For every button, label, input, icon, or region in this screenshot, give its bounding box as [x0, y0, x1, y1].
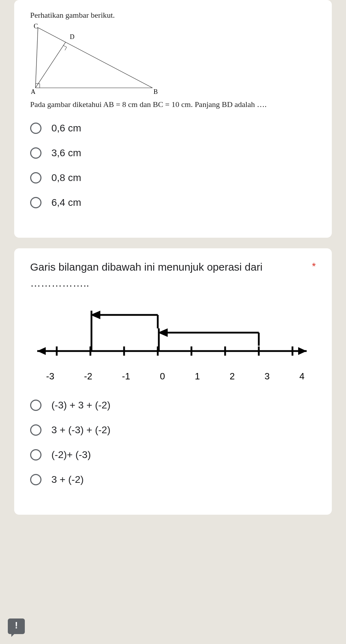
nl-label: 1 [195, 371, 200, 382]
radio-icon [30, 172, 41, 183]
radio-icon [30, 147, 41, 159]
q2-option-0[interactable]: (-3) + 3 + (-2) [30, 400, 316, 411]
numberline-figure: -3 -2 -1 0 1 2 3 4 [34, 309, 312, 382]
required-asterisk: * [312, 259, 316, 274]
triangle-svg [30, 25, 158, 96]
question-card-1: Perhatikan gambar berikut. C D A B Pada … [14, 0, 332, 238]
nl-label: 2 [230, 371, 235, 382]
q2-title-text: Garis bilangan dibawah ini menunjuk oper… [30, 259, 305, 291]
svg-marker-5 [37, 347, 46, 355]
radio-icon [30, 449, 41, 461]
q1-option-3[interactable]: 6,4 cm [30, 197, 316, 208]
nl-label: -3 [46, 371, 54, 382]
option-label: 6,4 cm [51, 197, 81, 208]
option-label: 3,6 cm [51, 147, 81, 159]
triangle-figure: C D A B [30, 23, 316, 97]
nl-label: 0 [160, 371, 165, 382]
svg-line-3 [35, 42, 66, 88]
nl-label: -1 [122, 371, 130, 382]
q1-option-0[interactable]: 0,6 cm [30, 123, 316, 134]
option-label: (-3) + 3 + (-2) [51, 400, 110, 411]
radio-icon [30, 123, 41, 134]
radio-icon [30, 197, 41, 208]
question-card-2: Garis bilangan dibawah ini menunjuk oper… [14, 248, 332, 515]
q2-title-row: Garis bilangan dibawah ini menunjuk oper… [30, 259, 316, 291]
q1-option-2[interactable]: 0,8 cm [30, 172, 316, 183]
option-label: (-2)+ (-3) [51, 449, 91, 461]
q1-instruction: Perhatikan gambar berikut. [30, 11, 316, 20]
q1-option-1[interactable]: 3,6 cm [30, 147, 316, 159]
radio-icon [30, 400, 41, 411]
numberline-labels: -3 -2 -1 0 1 2 3 4 [34, 371, 312, 382]
nl-label: -2 [84, 371, 92, 382]
option-label: 3 + (-3) + (-2) [51, 424, 110, 436]
q2-option-1[interactable]: 3 + (-3) + (-2) [30, 424, 316, 436]
svg-marker-6 [298, 347, 307, 355]
radio-icon [30, 424, 41, 436]
numberline-svg [34, 309, 310, 365]
svg-line-1 [35, 28, 38, 88]
radio-icon [30, 474, 41, 485]
q1-subtext: Pada gambar diketahui AB = 8 cm dan BC =… [30, 100, 316, 109]
option-label: 3 + (-2) [51, 474, 84, 485]
option-label: 0,8 cm [51, 172, 81, 183]
nl-label: 4 [299, 371, 304, 382]
nl-label: 3 [264, 371, 269, 382]
q2-option-2[interactable]: (-2)+ (-3) [30, 449, 316, 461]
q2-option-3[interactable]: 3 + (-2) [30, 474, 316, 485]
option-label: 0,6 cm [51, 123, 81, 134]
